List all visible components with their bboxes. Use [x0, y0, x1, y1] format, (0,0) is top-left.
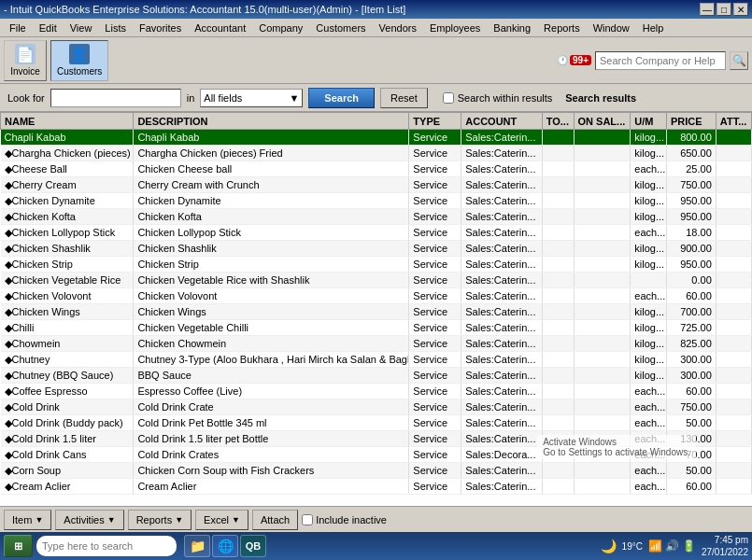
menu-window[interactable]: Window: [588, 21, 635, 35]
activities-button[interactable]: Activities ▼: [55, 510, 123, 530]
customers-icon: 👤: [69, 44, 90, 64]
search-company-input[interactable]: [595, 51, 726, 70]
item-table: NAME DESCRIPTION TYPE ACCOUNT TO... ON S…: [0, 112, 752, 495]
table-row[interactable]: ◆Chicken KoftaChicken KoftaServiceSales:…: [1, 209, 752, 225]
table-row[interactable]: ◆Corn SoupChicken Corn Soup with Fish Cr…: [1, 463, 752, 479]
minimize-btn[interactable]: —: [700, 3, 715, 16]
search-within-label: Search within results: [458, 92, 553, 104]
search-company-btn[interactable]: 🔍: [730, 51, 748, 70]
taskbar-right: 🌙 19°C 📶 🔊 🔋 7:45 pm 27/01/2022: [601, 534, 748, 558]
table-container: NAME DESCRIPTION TYPE ACCOUNT TO... ON S…: [0, 112, 752, 506]
table-row[interactable]: ◆Chicken Vegetable RiceChicken Vegetable…: [1, 273, 752, 288]
menu-file[interactable]: File: [4, 21, 32, 35]
menu-reports[interactable]: Reports: [538, 21, 586, 35]
table-header-row: NAME DESCRIPTION TYPE ACCOUNT TO... ON S…: [1, 113, 752, 130]
taskbar-clock: 7:45 pm 27/01/2022: [702, 534, 748, 558]
table-row[interactable]: Chapli KababChapli KababServiceSales:Cat…: [1, 130, 752, 146]
col-header-account[interactable]: ACCOUNT: [461, 113, 542, 130]
menu-lists[interactable]: Lists: [99, 21, 132, 35]
menu-vendors[interactable]: Vendors: [374, 21, 422, 35]
table-row[interactable]: ◆Chicken ShashlikChicken ShashlikService…: [1, 241, 752, 257]
menu-accountant[interactable]: Accountant: [189, 21, 251, 35]
menu-bar: File Edit View Lists Favorites Accountan…: [0, 19, 752, 37]
fields-value: All fields: [204, 92, 242, 104]
start-button[interactable]: ⊞: [4, 535, 33, 557]
look-for-input[interactable]: [50, 89, 181, 107]
menu-company[interactable]: Company: [253, 21, 308, 35]
search-results-label: Search results: [565, 92, 636, 104]
menu-view[interactable]: View: [64, 21, 98, 35]
menu-customers[interactable]: Customers: [310, 21, 371, 35]
col-header-price[interactable]: PRICE: [666, 113, 716, 130]
table-row[interactable]: ◆Cream AclierCream AclierServiceSales:Ca…: [1, 479, 752, 495]
table-row[interactable]: ◆Cherry CreamCherry Cream with CrunchSer…: [1, 177, 752, 193]
weather-temp: 19°C: [622, 541, 643, 552]
table-row[interactable]: ◆ChutneyChutney 3-Type (Aloo Bukhara , H…: [1, 352, 752, 368]
reset-button[interactable]: Reset: [380, 88, 428, 108]
customers-label: Customers: [57, 66, 102, 77]
table-row[interactable]: ◆Cold Drink CansCold Drink CratesService…: [1, 447, 752, 463]
weather-icon: 🌙: [601, 539, 617, 553]
table-row[interactable]: ◆Cold DrinkCold Drink CrateServiceSales:…: [1, 399, 752, 415]
taskbar-app-qb[interactable]: QB: [240, 535, 266, 557]
table-body: Chapli KababChapli KababServiceSales:Cat…: [1, 130, 752, 495]
col-header-att[interactable]: ATT...: [716, 113, 751, 130]
search-button[interactable]: Search: [308, 88, 375, 108]
col-header-type[interactable]: TYPE: [409, 113, 461, 130]
table-row[interactable]: ◆Chargha Chicken (pieces)Chargha Chicken…: [1, 146, 752, 161]
table-row[interactable]: ◆ChowmeinChicken ChowmeinServiceSales:Ca…: [1, 336, 752, 352]
col-header-um[interactable]: U/M: [631, 113, 667, 130]
toolbar-right: 🕐 99+ 🔍: [557, 51, 748, 70]
table-row[interactable]: ◆Chicken DynamiteChicken DynamiteService…: [1, 193, 752, 209]
fields-dropdown[interactable]: All fields ▼: [200, 89, 303, 107]
invoice-label: Invoice: [10, 66, 40, 77]
col-header-onsal[interactable]: ON SAL...: [574, 113, 631, 130]
menu-help[interactable]: Help: [637, 21, 670, 35]
table-row[interactable]: ◆Chicken VolovontChicken VolovontService…: [1, 288, 752, 304]
taskbar-date-display: 27/01/2022: [702, 546, 748, 558]
attach-button[interactable]: Attach: [252, 510, 298, 530]
table-row[interactable]: ◆Cheese BallChicken Cheese ballServiceSa…: [1, 161, 752, 177]
item-button[interactable]: Item ▼: [4, 510, 51, 530]
maximize-btn[interactable]: □: [717, 3, 731, 16]
include-inactive-checkbox[interactable]: [302, 514, 313, 525]
table-row[interactable]: ◆Chutney (BBQ Sauce)BBQ SauceServiceSale…: [1, 368, 752, 384]
search-within-results[interactable]: Search within results: [443, 92, 553, 104]
table-row[interactable]: ◆Cold Drink (Buddy pack)Cold Drink Pet B…: [1, 415, 752, 431]
title-bar-controls[interactable]: — □ ✕: [700, 3, 748, 16]
table-row[interactable]: ◆Chicken WingsChicken WingsServiceSales:…: [1, 304, 752, 320]
table-row[interactable]: ◆Cold Drink 1.5 literCold Drink 1.5 lite…: [1, 431, 752, 447]
toolbar: 📄 Invoice 👤 Customers 🕐 99+ 🔍: [0, 37, 752, 84]
col-header-desc[interactable]: DESCRIPTION: [134, 113, 409, 130]
menu-banking[interactable]: Banking: [488, 21, 536, 35]
excel-arrow-icon: ▼: [232, 515, 240, 525]
excel-button[interactable]: Excel ▼: [195, 510, 248, 530]
search-within-checkbox[interactable]: [443, 92, 454, 104]
search-bar: Look for in All fields ▼ Search Reset Se…: [0, 84, 752, 112]
title-bar: - Intuit QuickBooks Enterprise Solutions…: [0, 0, 752, 19]
customers-toolbar-btn[interactable]: 👤 Customers: [50, 40, 108, 81]
battery-icon: 🔋: [682, 539, 696, 553]
taskbar-search-input[interactable]: [36, 536, 177, 556]
taskbar-apps: 📁 🌐 QB: [184, 535, 266, 557]
table-row[interactable]: ◆Chicken Lollypop StickChicken Lollypop …: [1, 225, 752, 241]
include-inactive-check[interactable]: Include inactive: [302, 514, 387, 525]
invoice-toolbar-btn[interactable]: 📄 Invoice: [4, 40, 47, 81]
col-header-name[interactable]: NAME: [1, 113, 134, 130]
taskbar-app-explorer[interactable]: 📁: [184, 535, 210, 557]
menu-edit[interactable]: Edit: [34, 21, 63, 35]
taskbar-app-chrome[interactable]: 🌐: [212, 535, 238, 557]
table-row[interactable]: ◆ChilliChicken Vegetable ChilliServiceSa…: [1, 320, 752, 336]
taskbar-system-icons: 📶 🔊 🔋: [648, 539, 696, 553]
table-row[interactable]: ◆Chicken StripChicken StripServiceSales:…: [1, 257, 752, 273]
in-label: in: [187, 92, 195, 104]
title-bar-text: - Intuit QuickBooks Enterprise Solutions…: [4, 4, 405, 15]
col-header-to[interactable]: TO...: [542, 113, 574, 130]
close-btn[interactable]: ✕: [733, 3, 748, 16]
menu-employees[interactable]: Employees: [424, 21, 486, 35]
dropdown-arrow-icon: ▼: [289, 92, 299, 104]
bottom-bar: Item ▼ Activities ▼ Reports ▼ Excel ▼ At…: [0, 506, 752, 532]
table-row[interactable]: ◆Coffee EspressoEspresso Coffee (Live)Se…: [1, 384, 752, 399]
menu-favorites[interactable]: Favorites: [134, 21, 187, 35]
reports-button[interactable]: Reports ▼: [128, 510, 192, 530]
